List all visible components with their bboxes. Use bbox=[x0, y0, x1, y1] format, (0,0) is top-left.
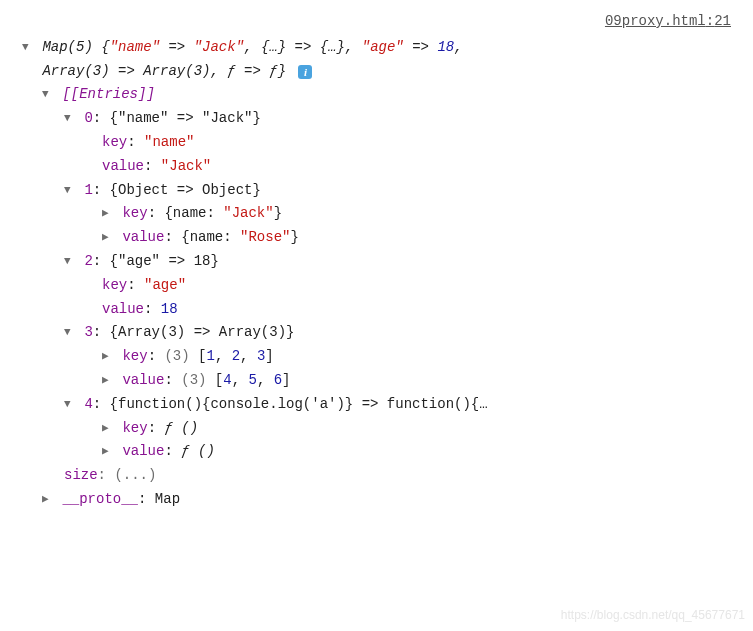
entry-summary: : {Array(3) => Array(3)} bbox=[93, 324, 295, 340]
source-file: 09proxy.html bbox=[605, 13, 706, 29]
entry-index: 4 bbox=[84, 396, 92, 412]
entry-key-row: key: "name" bbox=[14, 131, 739, 155]
entry-index: 0 bbox=[84, 110, 92, 126]
entry-value-row: value: 18 bbox=[14, 298, 739, 322]
entry-summary: : {"age" => 18} bbox=[93, 253, 219, 269]
chevron-right-icon[interactable] bbox=[102, 442, 114, 461]
map-summary-text: Map(5) {"name" => "Jack", {…} => {…}, "a… bbox=[42, 39, 462, 55]
chevron-right-icon[interactable] bbox=[42, 490, 54, 509]
expand-icon[interactable] bbox=[64, 181, 76, 200]
entry-value-row[interactable]: value: ƒ () bbox=[14, 440, 739, 464]
proto-value: : Map bbox=[138, 491, 180, 507]
entry-summary: : {"name" => "Jack"} bbox=[93, 110, 261, 126]
map-summary-row-2: Array(3) => Array(3), ƒ => ƒ} i bbox=[14, 60, 739, 84]
expand-icon[interactable] bbox=[64, 395, 76, 414]
chevron-right-icon[interactable] bbox=[102, 371, 114, 390]
entry-row[interactable]: 0: {"name" => "Jack"} bbox=[14, 107, 739, 131]
entry-key-row[interactable]: key: (3) [1, 2, 3] bbox=[14, 345, 739, 369]
entry-row[interactable]: 2: {"age" => 18} bbox=[14, 250, 739, 274]
entry-index: 1 bbox=[84, 182, 92, 198]
size-value: : (...) bbox=[98, 467, 157, 483]
entry-index: 3 bbox=[84, 324, 92, 340]
entries-row[interactable]: [[Entries]] bbox=[14, 83, 739, 107]
info-icon[interactable]: i bbox=[298, 65, 312, 79]
entry-value-row[interactable]: value: {name: "Rose"} bbox=[14, 226, 739, 250]
entry-row[interactable]: 1: {Object => Object} bbox=[14, 179, 739, 203]
map-summary-row[interactable]: Map(5) {"name" => "Jack", {…} => {…}, "a… bbox=[14, 36, 739, 60]
entry-value-row: value: "Jack" bbox=[14, 155, 739, 179]
expand-icon[interactable] bbox=[42, 85, 54, 104]
proto-row[interactable]: __proto__: Map bbox=[14, 488, 739, 512]
expand-icon[interactable] bbox=[64, 252, 76, 271]
entry-row[interactable]: 4: {function(){console.log('a')} => func… bbox=[14, 393, 739, 417]
expand-icon[interactable] bbox=[64, 323, 76, 342]
entry-key-row[interactable]: key: {name: "Jack"} bbox=[14, 202, 739, 226]
entry-index: 2 bbox=[84, 253, 92, 269]
entry-row[interactable]: 3: {Array(3) => Array(3)} bbox=[14, 321, 739, 345]
chevron-right-icon[interactable] bbox=[102, 419, 114, 438]
chevron-right-icon[interactable] bbox=[102, 204, 114, 223]
size-label: size bbox=[64, 467, 98, 483]
size-row[interactable]: size: (...) bbox=[14, 464, 739, 488]
chevron-right-icon[interactable] bbox=[102, 228, 114, 247]
source-link[interactable]: 09proxy.html:21 bbox=[14, 10, 739, 34]
proto-label: __proto__ bbox=[62, 491, 138, 507]
expand-icon[interactable] bbox=[22, 38, 34, 57]
entry-summary: : {function(){console.log('a')} => funct… bbox=[93, 396, 488, 412]
entry-summary: : {Object => Object} bbox=[93, 182, 261, 198]
expand-icon[interactable] bbox=[64, 109, 76, 128]
entry-key-row: key: "age" bbox=[14, 274, 739, 298]
entry-key-row[interactable]: key: ƒ () bbox=[14, 417, 739, 441]
chevron-right-icon[interactable] bbox=[102, 347, 114, 366]
entries-label: [[Entries]] bbox=[62, 86, 154, 102]
entry-value-row[interactable]: value: (3) [4, 5, 6] bbox=[14, 369, 739, 393]
source-line: 21 bbox=[714, 13, 731, 29]
